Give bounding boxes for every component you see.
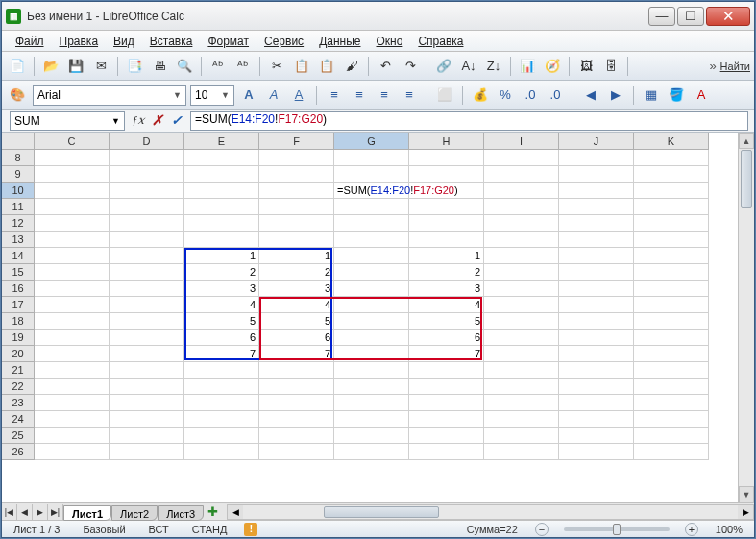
cell[interactable] xyxy=(110,428,184,444)
preview-icon[interactable]: 🔍 xyxy=(173,55,196,78)
sheet-tab[interactable]: Лист1 xyxy=(63,505,111,521)
cell[interactable] xyxy=(110,411,184,428)
copy-icon[interactable]: 📋 xyxy=(290,55,313,78)
row-header[interactable]: 23 xyxy=(2,395,35,411)
minimize-button[interactable]: — xyxy=(648,7,675,26)
cell[interactable] xyxy=(409,199,484,215)
save-icon[interactable]: 💾 xyxy=(64,55,87,78)
cell[interactable]: 1 xyxy=(409,248,484,264)
cell[interactable] xyxy=(110,150,184,166)
cell[interactable] xyxy=(35,264,110,281)
email-icon[interactable]: ✉ xyxy=(89,55,112,78)
cell[interactable] xyxy=(484,428,559,444)
status-mode[interactable]: СТАНД xyxy=(186,524,233,535)
cell[interactable] xyxy=(110,199,184,215)
cell[interactable] xyxy=(334,232,409,248)
column-header[interactable]: H xyxy=(409,133,484,150)
cell[interactable]: 4 xyxy=(184,297,259,313)
print-icon[interactable]: 🖶 xyxy=(148,55,171,78)
cell[interactable] xyxy=(634,183,709,199)
cell[interactable] xyxy=(409,215,484,232)
name-box[interactable]: SUM▼ xyxy=(10,111,125,131)
cell[interactable] xyxy=(35,232,110,248)
align-right-icon[interactable]: ≡ xyxy=(374,85,395,106)
cell[interactable] xyxy=(484,166,559,183)
cell[interactable] xyxy=(110,264,184,281)
cell[interactable] xyxy=(559,232,634,248)
tab-next-icon[interactable]: ▶ xyxy=(33,504,48,520)
font-name-combo[interactable]: Arial▼ xyxy=(33,85,186,106)
cell[interactable]: 4 xyxy=(409,297,484,313)
cell[interactable] xyxy=(110,183,184,199)
cell[interactable] xyxy=(334,215,409,232)
tab-prev-icon[interactable]: ◀ xyxy=(17,504,33,520)
cell[interactable] xyxy=(334,248,409,264)
cell[interactable] xyxy=(259,199,334,215)
cell[interactable] xyxy=(409,150,484,166)
cell[interactable] xyxy=(409,444,484,460)
cell[interactable] xyxy=(484,330,559,346)
column-header[interactable]: F xyxy=(259,133,334,150)
cell[interactable] xyxy=(259,444,334,460)
menu-data[interactable]: Данные xyxy=(313,33,366,50)
maximize-button[interactable]: ☐ xyxy=(677,7,704,26)
cell[interactable] xyxy=(409,428,484,444)
italic-icon[interactable]: A xyxy=(263,85,284,106)
cell[interactable] xyxy=(259,215,334,232)
cell[interactable] xyxy=(559,346,634,362)
autospell-icon[interactable]: ᴬᵇ xyxy=(232,55,255,78)
cell[interactable] xyxy=(184,215,259,232)
cell[interactable] xyxy=(484,444,559,460)
cell[interactable] xyxy=(559,166,634,183)
cell[interactable] xyxy=(35,346,110,362)
bold-icon[interactable]: A xyxy=(238,85,259,106)
scroll-thumb[interactable] xyxy=(741,150,752,208)
fontcolor-icon[interactable]: A xyxy=(691,85,712,106)
column-header[interactable]: D xyxy=(110,133,184,150)
cell[interactable] xyxy=(110,297,184,313)
cell[interactable] xyxy=(634,248,709,264)
cell[interactable] xyxy=(484,248,559,264)
cell[interactable] xyxy=(484,395,559,411)
cell[interactable] xyxy=(334,411,409,428)
cell[interactable] xyxy=(259,395,334,411)
cell[interactable] xyxy=(634,166,709,183)
cell[interactable] xyxy=(634,150,709,166)
cell[interactable] xyxy=(35,166,110,183)
cell[interactable] xyxy=(110,444,184,460)
cell[interactable]: 7 xyxy=(259,346,334,362)
close-button[interactable]: ✕ xyxy=(706,7,750,26)
percent-icon[interactable]: % xyxy=(495,85,516,106)
cell[interactable] xyxy=(35,444,110,460)
cell[interactable] xyxy=(259,379,334,395)
cell[interactable]: 2 xyxy=(259,264,334,281)
cell[interactable] xyxy=(484,264,559,281)
cell[interactable] xyxy=(634,428,709,444)
cell[interactable]: =SUM(E14:F20!F17:G20) xyxy=(334,183,409,199)
cell[interactable] xyxy=(334,313,409,330)
cell[interactable] xyxy=(409,362,484,379)
cell[interactable] xyxy=(484,297,559,313)
align-center-icon[interactable]: ≡ xyxy=(349,85,370,106)
row-header[interactable]: 20 xyxy=(2,346,35,362)
row-header[interactable]: 18 xyxy=(2,313,35,330)
cell[interactable]: 2 xyxy=(409,264,484,281)
cell[interactable] xyxy=(559,411,634,428)
cell[interactable] xyxy=(634,362,709,379)
cell[interactable] xyxy=(35,281,110,297)
cell[interactable] xyxy=(559,248,634,264)
cell[interactable] xyxy=(559,428,634,444)
cell[interactable] xyxy=(334,166,409,183)
tab-first-icon[interactable]: |◀ xyxy=(2,504,17,520)
align-justify-icon[interactable]: ≡ xyxy=(399,85,420,106)
sheet-tab[interactable]: Лист3 xyxy=(158,505,204,521)
menu-tools[interactable]: Сервис xyxy=(258,33,309,50)
cell[interactable] xyxy=(110,215,184,232)
cell[interactable] xyxy=(559,183,634,199)
add-sheet-icon[interactable]: ✚ xyxy=(204,504,221,519)
status-sum[interactable]: Сумма=22 xyxy=(461,524,524,535)
row-header[interactable]: 21 xyxy=(2,362,35,379)
column-header[interactable]: I xyxy=(484,133,559,150)
cell[interactable] xyxy=(184,166,259,183)
row-header[interactable]: 14 xyxy=(2,248,35,264)
